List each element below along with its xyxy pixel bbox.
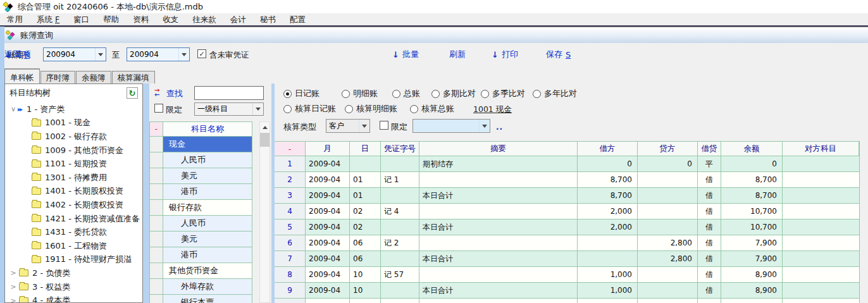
view-mode-radio[interactable]: 明细账 [342, 88, 378, 99]
tab[interactable]: 单科帐 [4, 68, 40, 83]
scrollbar-thumb[interactable] [260, 133, 270, 147]
ledger-column-header[interactable]: - [275, 142, 306, 156]
subject-level-combobox[interactable]: 一级科目 [194, 102, 264, 116]
tree-item[interactable]: ▸▸ 1402 - 长期债权投资 [5, 198, 142, 212]
menu-item[interactable]: 往来款 [185, 13, 223, 25]
subject-list-scrollbar[interactable] [259, 121, 270, 303]
ledger-column-header[interactable]: 余额 [721, 142, 783, 156]
ledger-column-header[interactable]: 日 [350, 142, 381, 156]
subject-row[interactable]: 其他货币资金 [150, 263, 252, 279]
subject-row[interactable]: 银行存款 [150, 200, 252, 216]
period-from-combobox[interactable]: 200904 [43, 47, 106, 61]
chevron-down-icon[interactable] [479, 120, 490, 132]
tab[interactable]: 序时簿 [40, 71, 76, 83]
menu-item[interactable]: 常用 [0, 13, 30, 25]
tree-item[interactable]: > ▸▸ 3 - 权益类 [5, 280, 142, 294]
tree-item[interactable]: ▸▸ 1001 - 现金 [5, 116, 142, 130]
swap-arrows-icon[interactable]: →← [154, 88, 159, 97]
table-row[interactable]: 5 2009-04 02 本日合计 2,000 借 10,700 [275, 220, 859, 235]
view-mode-radio[interactable]: 多期比对 [431, 88, 476, 99]
menu-item[interactable]: 资料 [126, 13, 156, 25]
menu-item[interactable]: 窗口 [66, 13, 96, 25]
tree-item[interactable]: ▸▸ 1911 - 待处理财产损溢 [5, 253, 142, 267]
more-dots-button[interactable]: .. [496, 123, 503, 132]
ledger-column-header[interactable]: 借贷 [698, 142, 721, 156]
menu-item[interactable]: 收支 [156, 13, 185, 25]
chevron-down-icon[interactable]: ∨ [9, 105, 18, 113]
table-row[interactable]: 8 2009-04 10 记 57 1,000 借 8,900 [275, 267, 859, 283]
period-to-combobox[interactable]: 200904 [127, 47, 190, 61]
ledger-limit-combobox[interactable] [412, 119, 490, 133]
subject-row[interactable]: 港币 [150, 184, 252, 200]
view-mode-radio[interactable]: 核算明细账 [345, 103, 397, 114]
tree-item[interactable]: ▸▸ 1421 - 长期投资减值准备 [5, 212, 142, 226]
table-row[interactable]: 1 2009-04 期初结存 0 0 平 0 [275, 156, 859, 172]
table-row[interactable]: 3 2009-04 01 本日合计 8,700 借 8,700 [275, 188, 859, 204]
tree-item[interactable]: ▸▸ 1601 - 工程物资 [5, 239, 142, 253]
ledger-column-header[interactable]: 借方 [578, 142, 638, 156]
menu-item[interactable]: 系统F [30, 13, 66, 25]
subject-row[interactable]: 外埠存款 [150, 279, 252, 295]
tree-item[interactable]: ▸▸ 1431 - 委托贷款 [5, 225, 142, 239]
ledger-limit-checkbox[interactable] [380, 121, 388, 130]
subject-row[interactable]: 美元 [150, 232, 252, 247]
chevron-down-icon[interactable] [359, 120, 369, 132]
chevron-right-icon[interactable]: > [9, 269, 18, 277]
toolbar-button[interactable]: ↓刷新 [449, 49, 469, 60]
subject-name-header[interactable]: 科目名称 [163, 122, 252, 137]
subject-row[interactable]: 港币 [150, 247, 252, 263]
chevron-down-icon[interactable] [95, 48, 106, 61]
toolbar-button[interactable]: ↓批量 [392, 49, 422, 60]
scroll-up-icon[interactable] [260, 122, 270, 133]
subject-row[interactable]: 银行本票 [150, 295, 252, 303]
tree-item[interactable]: ▸▸ 1002 - 银行存款 [5, 130, 142, 144]
view-mode-radio[interactable]: 核算总账 [410, 103, 454, 114]
tab[interactable]: 核算漏填 [112, 71, 155, 83]
subject-row[interactable]: 现金 [150, 137, 252, 152]
chevron-right-icon[interactable]: > [9, 283, 18, 291]
table-row[interactable]: 4 2009-04 02 记 4 2,000 借 10,700 [275, 204, 859, 220]
menu-item[interactable]: 秘书 [253, 13, 283, 25]
refresh-icon[interactable]: ↻ [127, 87, 138, 99]
limit-checkbox[interactable] [154, 104, 163, 113]
tree-item[interactable]: > ▸▸ 2 - 负债类 [5, 266, 142, 280]
view-mode-radio[interactable]: 总账 [392, 88, 420, 99]
menu-item[interactable]: 帮助 [96, 13, 126, 25]
tree-item[interactable]: ▸▸ 1401 - 长期股权投资 [5, 185, 142, 199]
subject-row[interactable]: 美元 [150, 168, 252, 184]
toolbar-button[interactable]: ↓打印 [492, 49, 521, 60]
toolbar-button[interactable]: ↓保存S [546, 49, 571, 60]
view-mode-radio[interactable]: 多年比对 [533, 88, 577, 99]
menu-item[interactable]: 配置 [283, 13, 313, 25]
include-unaudited-checkbox[interactable]: ✓ [197, 49, 206, 58]
chevron-right-icon[interactable]: > [9, 297, 18, 303]
tree-item[interactable]: ▸▸ 1009 - 其他货币资金 [5, 144, 142, 158]
tree-item[interactable]: > ▸▸ 4 - 成本类 [5, 294, 142, 303]
find-input[interactable] [194, 86, 264, 100]
ledger-column-header[interactable]: 对方科目 [783, 142, 859, 156]
menu-item[interactable]: 会计 [223, 13, 253, 25]
toolbar-button[interactable]: ↓返回R [4, 49, 30, 60]
subject-row[interactable]: 人民币 [150, 216, 252, 232]
tree-item[interactable]: ▸▸ 1301 - 待摊费用 [5, 171, 142, 185]
table-row[interactable]: 7 2009-04 06 本日合计 2,800 借 7,900 [275, 251, 859, 267]
accounting-type-combobox[interactable]: 客户 [326, 119, 370, 133]
tab[interactable]: 余额簿 [76, 71, 111, 83]
subject-list-collapse-header[interactable]: - [150, 122, 163, 137]
ledger-column-header[interactable]: 月 [306, 142, 350, 156]
ledger-column-header[interactable]: 贷方 [638, 142, 698, 156]
table-row[interactable]: 9 2009-04 10 本日合计 1,000 借 8,900 [275, 283, 859, 299]
tree-item[interactable]: ▸▸ 1101 - 短期投资 [5, 157, 142, 171]
splitter[interactable] [143, 83, 149, 303]
table-row[interactable]: 2 2009-04 01 记 1 8,700 借 8,700 [275, 172, 859, 188]
table-row[interactable] [275, 299, 859, 303]
chevron-down-icon[interactable] [252, 103, 263, 115]
tree-item[interactable]: ∨ ▸▸ 1 - 资产类 [5, 102, 142, 116]
ledger-column-header[interactable]: 凭证字号 [381, 142, 419, 156]
ledger-column-header[interactable]: 摘要 [419, 142, 578, 156]
current-subject-link[interactable]: 1001 现金 [473, 104, 512, 115]
chevron-down-icon[interactable] [178, 48, 189, 61]
table-row[interactable]: 6 2009-04 06 记 2 2,800 借 7,900 [275, 235, 859, 251]
subject-row[interactable]: 人民币 [150, 152, 252, 168]
view-mode-radio[interactable]: 多季比对 [481, 88, 525, 99]
